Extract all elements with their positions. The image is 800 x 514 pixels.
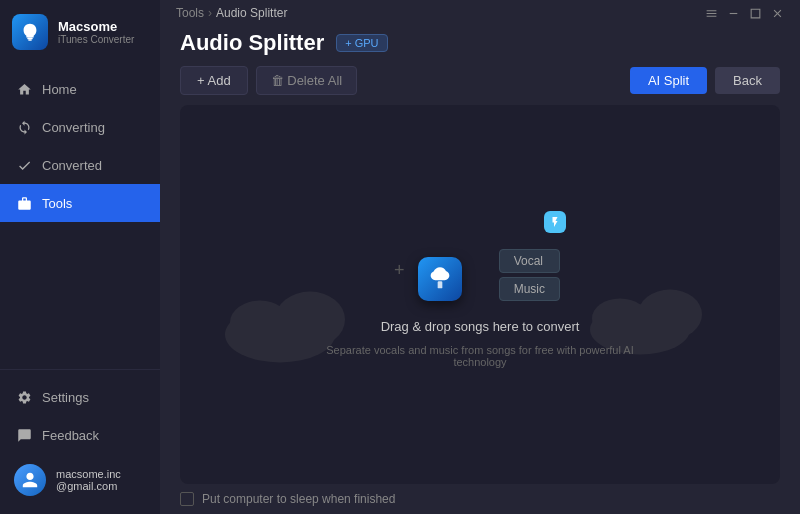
- sidebar-item-home-label: Home: [42, 82, 77, 97]
- sidebar-item-converting[interactable]: Converting: [0, 108, 160, 146]
- converted-icon: [16, 157, 32, 173]
- settings-icon: [16, 389, 32, 405]
- sidebar-item-tools-label: Tools: [42, 196, 72, 211]
- drop-content: + Vocal Music: [310, 221, 650, 368]
- page-header: Audio Splitter + GPU: [160, 20, 800, 66]
- back-button[interactable]: Back: [715, 67, 780, 94]
- app-icon-box: [418, 257, 462, 301]
- drop-sub-text: Separate vocals and music from songs for…: [310, 344, 650, 368]
- drop-illustration: + Vocal Music: [380, 221, 580, 301]
- breadcrumb-separator: ›: [208, 6, 212, 20]
- main-content: Tools › Audio Splitter Audio Splitter + …: [160, 0, 800, 514]
- vocal-music-tags: Vocal Music: [499, 249, 560, 301]
- user-info: macsome.inc @gmail.com: [56, 468, 121, 492]
- spark-icon: [544, 211, 566, 233]
- plus-icon: +: [394, 260, 405, 281]
- gpu-badge: + GPU: [336, 34, 387, 52]
- app-subtitle: iTunes Converter: [58, 34, 134, 45]
- sidebar-nav: Home Converting Converted: [0, 64, 160, 369]
- toolbar: + Add 🗑 Delete All AI Split Back: [160, 66, 800, 105]
- minimize-button[interactable]: [726, 6, 740, 20]
- sidebar-item-settings[interactable]: Settings: [0, 378, 160, 416]
- maximize-button[interactable]: [748, 6, 762, 20]
- user-email: @gmail.com: [56, 480, 121, 492]
- feedback-icon: [16, 427, 32, 443]
- vocal-tag: Vocal: [499, 249, 560, 273]
- window-controls: [704, 6, 784, 20]
- sidebar-item-converted[interactable]: Converted: [0, 146, 160, 184]
- sleep-label: Put computer to sleep when finished: [202, 492, 395, 506]
- avatar: [14, 464, 46, 496]
- user-account[interactable]: macsome.inc @gmail.com: [0, 454, 160, 506]
- user-name: macsome.inc: [56, 468, 121, 480]
- sleep-checkbox[interactable]: [180, 492, 194, 506]
- sidebar: Macsome iTunes Converter Home Converting: [0, 0, 160, 514]
- sidebar-item-feedback-label: Feedback: [42, 428, 99, 443]
- menu-icon[interactable]: [704, 6, 718, 20]
- svg-rect-1: [28, 39, 32, 40]
- sidebar-item-converted-label: Converted: [42, 158, 102, 173]
- converting-icon: [16, 119, 32, 135]
- title-bar: Tools › Audio Splitter: [160, 0, 800, 20]
- sidebar-item-tools[interactable]: Tools: [0, 184, 160, 222]
- sidebar-bottom: Settings Feedback macsome.inc @gmail.com: [0, 369, 160, 514]
- sidebar-item-converting-label: Converting: [42, 120, 105, 135]
- add-button[interactable]: + Add: [180, 66, 248, 95]
- sidebar-item-home[interactable]: Home: [0, 70, 160, 108]
- svg-rect-0: [27, 38, 33, 40]
- breadcrumb-current: Audio Splitter: [216, 6, 287, 20]
- breadcrumb-parent: Tools: [176, 6, 204, 20]
- drop-main-text: Drag & drop songs here to convert: [381, 319, 580, 334]
- app-name: Macsome: [58, 19, 134, 34]
- gpu-badge-label: + GPU: [345, 37, 378, 49]
- app-name-group: Macsome iTunes Converter: [58, 19, 134, 45]
- footer: Put computer to sleep when finished: [160, 484, 800, 514]
- sidebar-item-feedback[interactable]: Feedback: [0, 416, 160, 454]
- app-logo-icon: [12, 14, 48, 50]
- delete-all-button[interactable]: 🗑 Delete All: [256, 66, 358, 95]
- page-title: Audio Splitter: [180, 30, 324, 56]
- ai-split-button[interactable]: AI Split: [630, 67, 707, 94]
- sidebar-item-settings-label: Settings: [42, 390, 89, 405]
- drop-zone[interactable]: + Vocal Music: [180, 105, 780, 484]
- close-button[interactable]: [770, 6, 784, 20]
- svg-point-4: [230, 301, 290, 345]
- app-logo: Macsome iTunes Converter: [0, 0, 160, 64]
- breadcrumb: Tools › Audio Splitter: [176, 6, 287, 20]
- home-icon: [16, 81, 32, 97]
- tools-icon: [16, 195, 32, 211]
- svg-rect-8: [438, 281, 443, 288]
- music-tag: Music: [499, 277, 560, 301]
